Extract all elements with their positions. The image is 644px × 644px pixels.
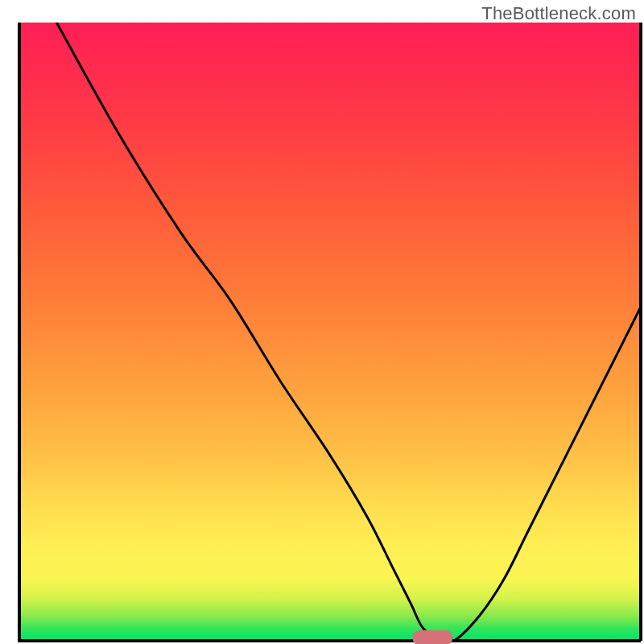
- watermark-text: TheBottleneck.com: [481, 3, 636, 24]
- optimal-point-marker: [412, 630, 452, 644]
- chart-svg: [0, 0, 644, 644]
- gradient-background: [19, 23, 641, 641]
- bottleneck-chart: TheBottleneck.com: [0, 0, 644, 644]
